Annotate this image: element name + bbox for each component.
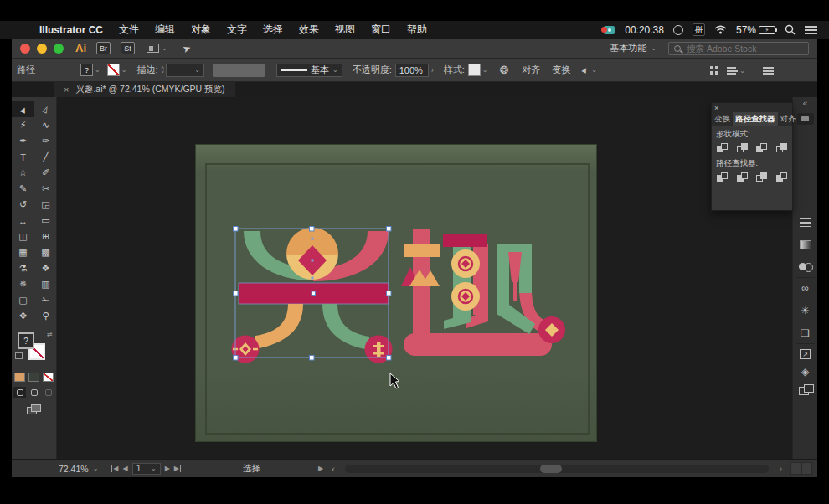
opacity-field[interactable]: 100% <box>395 64 429 77</box>
unite-button[interactable] <box>717 143 729 153</box>
adobe-stock-search[interactable] <box>668 42 809 55</box>
close-window-button[interactable] <box>20 44 30 54</box>
menu-type[interactable]: 文字 <box>227 23 247 37</box>
fill-indicator[interactable]: ? <box>18 332 34 349</box>
recolor-artwork-icon[interactable]: ❂ <box>500 64 509 76</box>
collapsed-tool-icon[interactable] <box>797 113 814 125</box>
direct-selection-tool[interactable]: ▻ <box>34 101 57 117</box>
last-artboard-button[interactable]: ▶ <box>174 465 181 472</box>
chevron-down-icon[interactable]: ⌄ <box>95 66 100 74</box>
chevron-down-icon[interactable]: ⌄ <box>121 66 127 74</box>
workspace-icon[interactable]: ⌄ <box>727 59 745 82</box>
layers-panel-icon[interactable]: ◈ <box>798 365 813 378</box>
tab-pathfinder[interactable]: 路径查找器 <box>733 112 778 126</box>
wifi-icon[interactable] <box>714 25 727 34</box>
blend-tool[interactable]: ❖ <box>34 260 57 276</box>
horizontal-scrollbar[interactable] <box>345 465 769 473</box>
transform-button[interactable]: 变换 <box>552 64 570 76</box>
gradient-tool[interactable]: ▩ <box>34 244 57 260</box>
zoom-level-dropdown[interactable]: 72.41% ⌄ <box>59 464 98 474</box>
pen-tool[interactable]: ✒ <box>12 133 34 149</box>
gradient-panel-icon[interactable] <box>798 238 813 251</box>
artboard-navigation-field[interactable]: 1 ⌄ <box>132 463 161 475</box>
trim-button[interactable] <box>737 172 749 183</box>
menu-file[interactable]: 文件 <box>119 23 139 37</box>
bridge-button[interactable]: Br <box>96 42 111 54</box>
menu-view[interactable]: 视图 <box>335 23 355 37</box>
gradient-button[interactable] <box>28 373 39 382</box>
stock-button[interactable]: St <box>121 42 135 54</box>
horizontal-scrollbar-thumb[interactable] <box>540 465 562 473</box>
screen-recording-icon[interactable] <box>601 25 615 35</box>
chevron-down-icon[interactable]: ⌄ <box>591 66 597 74</box>
document-tab[interactable]: × 兴趣.ai* @ 72.41% (CMYK/GPU 预览) <box>54 82 235 97</box>
graphic-style-swatch[interactable] <box>468 64 481 76</box>
draw-behind-mode[interactable] <box>28 387 40 398</box>
zoom-window-button[interactable] <box>54 44 64 54</box>
slice-tool[interactable]: ✁ <box>34 292 57 308</box>
menu-app-name[interactable]: Illustrator CC <box>39 24 103 36</box>
none-button[interactable] <box>43 373 54 382</box>
eyedropper-tool[interactable]: ⚗ <box>12 260 34 276</box>
line-segment-tool[interactable]: ╱ <box>34 149 57 165</box>
intersect-button[interactable] <box>756 143 768 153</box>
menu-edit[interactable]: 编辑 <box>155 23 175 37</box>
scale-tool[interactable]: ◲ <box>34 197 57 213</box>
scroll-right-icon[interactable]: › <box>780 465 782 473</box>
close-tab-icon[interactable]: × <box>64 85 69 95</box>
shape-builder-tool[interactable]: ◫ <box>12 229 34 244</box>
fill-color-swatch[interactable]: ? <box>80 64 93 76</box>
status-menu-arrow[interactable]: ▶ <box>318 465 323 472</box>
panel-menu-icon[interactable] <box>763 59 774 82</box>
draw-normal-mode[interactable] <box>13 387 26 398</box>
swap-fill-stroke-icon[interactable]: ⇄ <box>47 331 53 338</box>
width-tool[interactable]: ↔ <box>12 213 34 229</box>
stroke-weight-field[interactable]: ⌄ <box>166 64 204 77</box>
share-icon[interactable]: ➤ <box>181 41 193 55</box>
export-panel-icon[interactable]: ↗ <box>798 347 813 361</box>
menu-window[interactable]: 窗口 <box>371 23 391 37</box>
symbol-sprayer-tool[interactable]: ✵ <box>12 276 34 292</box>
color-button[interactable] <box>14 373 25 382</box>
draw-inside-mode[interactable] <box>42 387 54 398</box>
tab-transform[interactable]: 变换 <box>712 112 733 126</box>
paintbrush-tool[interactable]: ✐ <box>34 165 57 181</box>
exclude-button[interactable] <box>776 143 788 153</box>
input-method-icon[interactable]: 拼 <box>693 23 705 36</box>
brush-definition-dropdown[interactable]: 基本⌄ <box>276 64 342 77</box>
align-button[interactable]: 对齐 <box>522 64 540 76</box>
curvature-tool[interactable]: ✑ <box>34 133 57 149</box>
divide-button[interactable] <box>717 172 729 183</box>
artboard[interactable] <box>195 144 597 442</box>
change-screen-mode-button[interactable] <box>27 404 42 415</box>
notification-center-icon[interactable] <box>805 25 817 34</box>
scissors-tool[interactable]: ✂ <box>34 181 57 197</box>
mesh-tool[interactable]: ▦ <box>12 244 34 260</box>
color-guide-panel-icon[interactable]: ☀ <box>798 304 813 317</box>
menu-select[interactable]: 选择 <box>263 23 283 37</box>
shaper-tool[interactable]: ✎ <box>12 181 34 197</box>
artboards-panel-icon[interactable] <box>798 383 813 396</box>
magic-wand-tool[interactable]: ⚡ <box>12 117 34 133</box>
expand-panels-icon[interactable]: « <box>803 99 808 108</box>
chevron-down-icon[interactable]: ⌄ <box>482 66 488 74</box>
creative-cloud-icon[interactable] <box>673 25 683 35</box>
stroke-weight-stepper[interactable]: ˄˅ <box>161 66 164 75</box>
lasso-tool[interactable]: ∿ <box>34 117 57 133</box>
scroll-left-icon[interactable]: ‹ <box>332 464 335 474</box>
selection-tool[interactable]: ► <box>12 101 34 117</box>
rotate-tool[interactable]: ↺ <box>12 197 34 213</box>
workspace-switcher[interactable]: 基本功能⌄ <box>610 42 657 54</box>
canvas[interactable] <box>57 97 792 459</box>
merge-button[interactable] <box>756 172 768 183</box>
previous-artboard-button[interactable]: ◀ <box>122 465 127 472</box>
menu-help[interactable]: 帮助 <box>407 23 427 37</box>
default-fill-stroke-icon[interactable] <box>15 352 23 359</box>
window-resize-grip[interactable] <box>790 462 812 475</box>
crop-button[interactable] <box>776 172 788 183</box>
document-arrange-icon[interactable] <box>710 59 718 82</box>
shape-tool[interactable]: ☆ <box>12 165 34 181</box>
close-panel-icon[interactable]: × <box>714 104 718 112</box>
tab-align[interactable]: 对齐 <box>778 112 799 126</box>
spotlight-icon[interactable] <box>785 24 796 35</box>
